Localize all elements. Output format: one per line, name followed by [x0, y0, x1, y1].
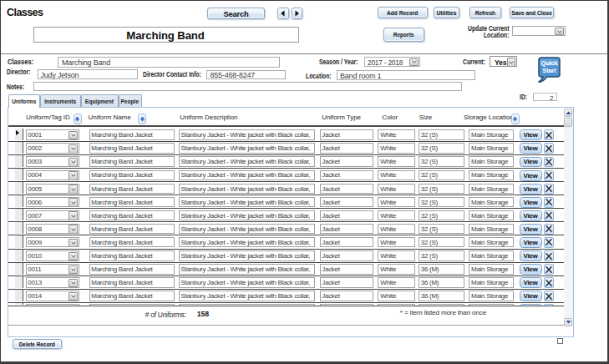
svg-text:Start: Start — [542, 66, 556, 73]
svg-text:Quick: Quick — [540, 58, 558, 66]
